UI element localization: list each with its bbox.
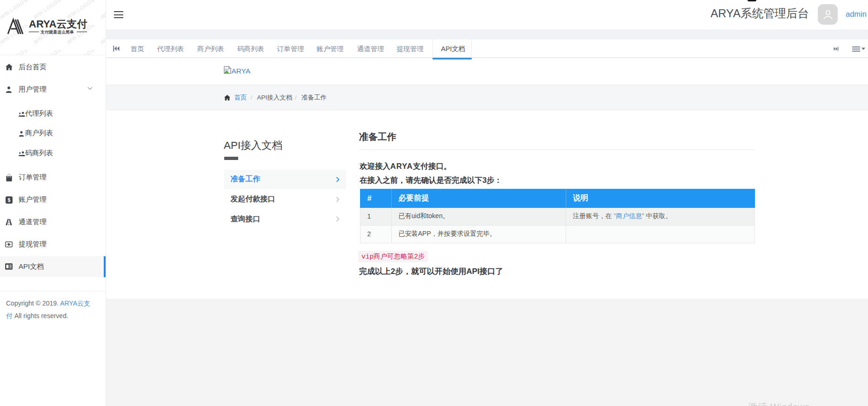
svg-text:$: $ (7, 197, 10, 202)
svg-text:支付就是这么简单: 支付就是这么简单 (40, 30, 74, 34)
svg-text:ARYA云支付: ARYA云支付 (29, 18, 87, 30)
